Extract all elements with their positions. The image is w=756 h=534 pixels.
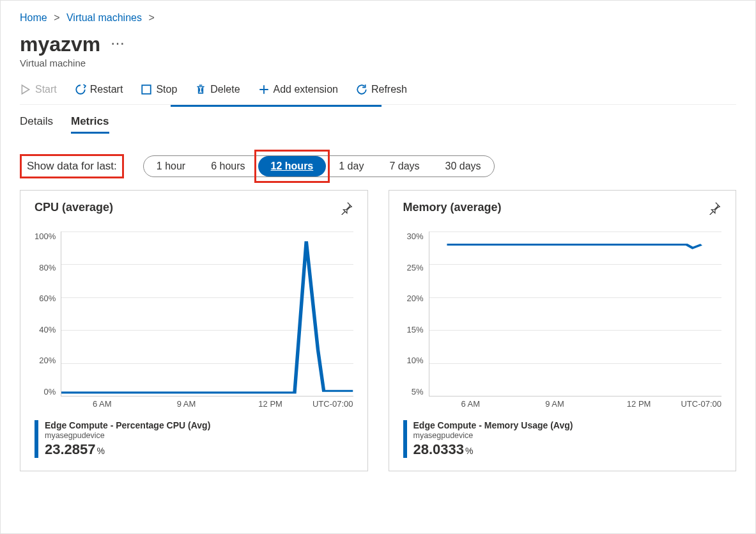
- restart-icon: [75, 84, 86, 95]
- chevron-right-icon: >: [148, 12, 154, 23]
- pin-icon[interactable]: [339, 201, 353, 215]
- memory-chart: 30%25%20% 15%10%5%: [403, 232, 722, 397]
- cpu-legend: Edge Compute - Percentage CPU (Avg) myas…: [35, 420, 353, 458]
- restart-button[interactable]: Restart: [75, 84, 123, 95]
- cpu-card-title: CPU (average): [35, 201, 113, 214]
- time-range-row: Show data for last: 1 hour 6 hours 12 ho…: [20, 141, 736, 190]
- refresh-button[interactable]: Refresh: [356, 84, 407, 95]
- range-30-days[interactable]: 30 days: [433, 156, 494, 177]
- svg-rect-0: [143, 85, 151, 94]
- tab-strip: Details Metrics: [20, 105, 736, 141]
- time-range-selector: 1 hour 6 hours 12 hours 1 day 7 days 30 …: [143, 155, 495, 177]
- page-header: myazvm ⋯ Virtual machine: [20, 33, 736, 80]
- range-7-days[interactable]: 7 days: [376, 156, 432, 177]
- cpu-plot-area[interactable]: [61, 232, 353, 397]
- more-actions-icon[interactable]: ⋯: [111, 35, 125, 52]
- memory-unit: %: [465, 446, 473, 456]
- add-extension-button[interactable]: Add extension: [258, 84, 338, 95]
- tab-metrics[interactable]: Metrics: [71, 115, 109, 134]
- memory-x-axis: 6 AM9 AM 12 PMUTC-07:00: [403, 397, 722, 409]
- plus-icon: [258, 84, 270, 95]
- range-1-day[interactable]: 1 day: [326, 156, 376, 177]
- memory-series-name: Edge Compute - Memory Usage (Avg): [413, 420, 573, 430]
- start-button: Start: [20, 84, 57, 95]
- memory-card-title: Memory (average): [403, 201, 502, 214]
- refresh-icon: [356, 84, 367, 95]
- cpu-series-name: Edge Compute - Percentage CPU (Avg): [45, 420, 210, 430]
- play-icon: [20, 84, 31, 95]
- breadcrumb-home[interactable]: Home: [20, 12, 47, 23]
- memory-line: [429, 232, 722, 396]
- memory-legend: Edge Compute - Memory Usage (Avg) myaseg…: [403, 420, 722, 458]
- range-12-hours[interactable]: 12 hours: [258, 156, 327, 177]
- memory-avg-value: 28.0333: [413, 441, 465, 457]
- command-bar: Start Restart Stop Delete Add extension …: [20, 80, 736, 105]
- cpu-x-axis: 6 AM9 AM 12 PMUTC-07:00: [35, 397, 353, 409]
- metric-cards: CPU (average) 100%80%60% 40%20%0% 6 AM9 …: [20, 190, 736, 471]
- range-6-hours[interactable]: 6 hours: [198, 156, 258, 177]
- memory-plot-area[interactable]: [429, 232, 722, 397]
- stop-icon: [141, 84, 152, 95]
- breadcrumb: Home > Virtual machines >: [20, 7, 736, 33]
- range-1-hour[interactable]: 1 hour: [144, 156, 198, 177]
- cpu-unit: %: [97, 446, 105, 456]
- breadcrumb-virtual-machines[interactable]: Virtual machines: [66, 12, 142, 23]
- divider-accent: [171, 105, 382, 107]
- chevron-right-icon: >: [54, 12, 59, 23]
- pin-icon[interactable]: [707, 201, 721, 215]
- delete-button[interactable]: Delete: [195, 84, 240, 95]
- legend-color-swatch: [403, 420, 407, 458]
- cpu-chart: 100%80%60% 40%20%0%: [35, 232, 353, 397]
- memory-device-name: myasegpudevice: [413, 431, 573, 440]
- cpu-card: CPU (average) 100%80%60% 40%20%0% 6 AM9 …: [20, 190, 368, 471]
- cpu-avg-value: 23.2857: [45, 441, 96, 457]
- legend-color-swatch: [35, 420, 38, 458]
- time-range-label: Show data for last:: [20, 154, 124, 178]
- memory-y-axis: 30%25%20% 15%10%5%: [403, 232, 429, 397]
- page-subtitle: Virtual machine: [20, 58, 736, 68]
- stop-button[interactable]: Stop: [141, 84, 177, 95]
- tab-details[interactable]: Details: [20, 115, 53, 134]
- memory-card: Memory (average) 30%25%20% 15%10%5% 6 AM…: [389, 190, 737, 471]
- page-title: myazvm: [20, 33, 100, 56]
- cpu-device-name: myasegpudevice: [45, 431, 210, 440]
- cpu-y-axis: 100%80%60% 40%20%0%: [35, 232, 61, 397]
- delete-icon: [195, 84, 206, 95]
- cpu-line: [61, 232, 353, 396]
